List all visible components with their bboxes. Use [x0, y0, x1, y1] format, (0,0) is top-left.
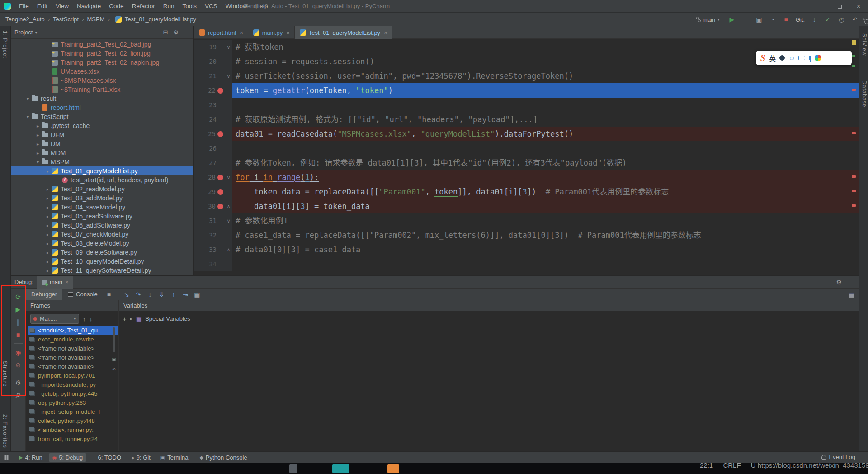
error-stripe[interactable]: [851, 39, 858, 275]
tree-toggle-icon[interactable]: ▸: [44, 205, 51, 210]
tree-item[interactable]: test_start(id, url, headers, payload): [11, 175, 193, 185]
update-project-button[interactable]: ↓: [810, 16, 818, 23]
menu-edit[interactable]: Edit: [33, 0, 52, 13]
fold-icon[interactable]: ∨: [225, 73, 232, 79]
tree-item[interactable]: ▾Test_01_queryModelList.py: [11, 166, 193, 175]
tool-button-favorites[interactable]: 2: Favorites: [2, 414, 8, 448]
tree-item[interactable]: ▸Test_02_readModel.py: [11, 185, 193, 194]
frames-scrollbar[interactable]: ▣ ∞: [110, 327, 118, 371]
code-line[interactable]: 21∨# userTicket(session, user="admin", p…: [194, 69, 859, 83]
code-line[interactable]: 29 token_data = replaceData([["Param001"…: [194, 185, 859, 199]
commit-button[interactable]: ✓: [824, 16, 832, 23]
next-frame-icon[interactable]: ↓: [90, 316, 93, 322]
tree-item[interactable]: ▾MSPM: [11, 157, 193, 166]
frame-row[interactable]: <frame not available>: [28, 344, 118, 353]
gutter[interactable]: 22: [194, 83, 232, 98]
gutter[interactable]: 31∨: [194, 213, 232, 228]
tab-close-icon[interactable]: ×: [384, 29, 387, 36]
breadcrumb-item[interactable]: TestScript: [52, 16, 80, 23]
status-button-todo[interactable]: ≡6: TODO: [89, 453, 125, 462]
gutter[interactable]: 20: [194, 54, 232, 69]
tree-item[interactable]: ▸.pytest_cache: [11, 121, 193, 130]
code-editor[interactable]: 19∨# 获取token20# session = requests.sessi…: [194, 39, 859, 275]
step-into-icon[interactable]: ↓: [144, 291, 156, 298]
frame-row[interactable]: <frame not available>: [28, 353, 118, 362]
tool-button-project[interactable]: 1: Project: [2, 31, 8, 58]
tool-button-sciview[interactable]: SciView: [861, 33, 868, 56]
evaluate-icon[interactable]: ▦: [191, 291, 203, 298]
tree-toggle-icon[interactable]: ▾: [24, 96, 31, 101]
tree-toggle-icon[interactable]: ▸: [44, 241, 51, 246]
frame-row[interactable]: <frame not available>: [28, 362, 118, 371]
breakpoint-icon[interactable]: [217, 175, 223, 180]
gutter[interactable]: 34: [194, 257, 232, 271]
taskbar-app[interactable]: [332, 464, 349, 473]
tree-toggle-icon[interactable]: ▸: [44, 268, 51, 273]
code-line[interactable]: 31∨# 参数化用例1: [194, 213, 859, 228]
code-line[interactable]: 22token = getattr(oneToken, "token"): [194, 83, 859, 98]
history-button[interactable]: ◷: [837, 16, 845, 23]
tree-toggle-icon[interactable]: ▸: [44, 214, 51, 219]
tree-item[interactable]: Training_part2_Test_02_lion.jpg: [11, 49, 193, 58]
minimize-button[interactable]: —: [811, 0, 830, 13]
status-button-python[interactable]: ◆Python Console: [196, 453, 250, 462]
tab-main.py[interactable]: main.py×: [248, 26, 295, 39]
tree-item[interactable]: ~$Training-Part1.xlsx: [11, 85, 193, 94]
taskbar-app[interactable]: [387, 464, 399, 473]
breadcrumb-item[interactable]: Test_01_queryModelList.py: [124, 16, 197, 23]
debug-tab-console[interactable]: Console: [62, 289, 103, 300]
menu-view[interactable]: View: [52, 0, 73, 13]
status-button-git[interactable]: ●9: Git: [127, 453, 154, 462]
gutter[interactable]: 24: [194, 112, 232, 127]
encoding[interactable]: U: [751, 461, 756, 469]
menu-file[interactable]: File: [15, 0, 33, 13]
tree-item[interactable]: ▸Test_08_deleteModel.py: [11, 239, 193, 248]
settings-gear-icon[interactable]: ⚙: [836, 279, 842, 286]
skin-palette-icon[interactable]: [815, 55, 821, 61]
tree-toggle-icon[interactable]: ▸: [44, 196, 51, 201]
frame-row[interactable]: from_call, runner.py:24: [28, 434, 118, 443]
tree-toggle-icon[interactable]: ▾: [44, 169, 51, 174]
fold-icon[interactable]: ∧: [225, 204, 232, 209]
gutter[interactable]: 32: [194, 228, 232, 242]
coverage-button[interactable]: ▣: [755, 16, 763, 23]
tree-item[interactable]: ▾result: [11, 94, 193, 103]
run-to-cursor-icon[interactable]: ⇥: [179, 291, 191, 298]
menu-navigate[interactable]: Navigate: [73, 0, 105, 13]
code-line[interactable]: 32# case1_data = replaceData([["Param002…: [194, 228, 859, 242]
code-line[interactable]: 34: [194, 257, 859, 271]
profiler-button[interactable]: ◔: [769, 16, 777, 23]
tree-item[interactable]: ▸Test_10_queryModelDetail.py: [11, 257, 193, 266]
fold-icon[interactable]: ∨: [225, 44, 232, 50]
tree-item[interactable]: ▸Test_04_saveModel.py: [11, 203, 193, 212]
chevron-down-icon[interactable]: ▾: [35, 30, 37, 35]
sogou-logo-icon[interactable]: S: [760, 53, 765, 63]
frame-row[interactable]: pyimport, local.py:701: [28, 371, 118, 380]
gutter[interactable]: 26: [194, 141, 232, 156]
menu-refactor[interactable]: Refactor: [128, 0, 159, 13]
stop-button[interactable]: ■: [782, 16, 790, 23]
code-line[interactable]: 26: [194, 141, 859, 156]
fold-icon[interactable]: ∧: [225, 247, 232, 253]
gutter[interactable]: 25: [194, 127, 232, 141]
fold-icon[interactable]: ∨: [225, 175, 232, 180]
frame-row[interactable]: _importtestmodule, py: [28, 380, 118, 389]
menu-run[interactable]: Run: [159, 0, 179, 13]
frame-row[interactable]: collect, python.py:448: [28, 416, 118, 425]
show-execution-point-icon[interactable]: ↘: [121, 291, 132, 298]
frame-row[interactable]: <lambda>, runner.py:: [28, 425, 118, 434]
tab-close-icon[interactable]: ×: [240, 29, 243, 36]
tree-item[interactable]: ▸DM: [11, 139, 193, 148]
gutter[interactable]: 29: [194, 185, 232, 199]
step-over-icon[interactable]: ↷: [132, 291, 144, 298]
gutter[interactable]: 19∨: [194, 40, 232, 54]
breakpoint-icon[interactable]: [217, 88, 223, 94]
run-button[interactable]: ▶: [728, 16, 736, 23]
status-button-debug[interactable]: ◉5: Debug: [49, 453, 86, 462]
tab-report.html[interactable]: report.html×: [194, 26, 248, 39]
tree-toggle-icon[interactable]: ▸: [34, 133, 41, 137]
menu-tools[interactable]: Tools: [178, 0, 201, 13]
hide-panel-icon[interactable]: —: [849, 279, 855, 286]
hide-panel-icon[interactable]: —: [184, 29, 190, 36]
status-button-terminal[interactable]: ▣Terminal: [157, 453, 193, 462]
